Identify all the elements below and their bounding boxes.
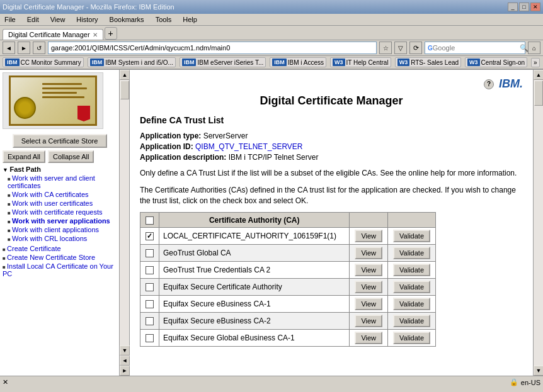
table-row: GeoTrust True Credentials CA 2ViewValida… bbox=[140, 261, 436, 278]
tree-item-cert-requests: Work with certificate requests bbox=[8, 208, 117, 216]
star-button[interactable]: ☆ bbox=[379, 42, 392, 54]
info-text1: Only define a CA Trust List if the list … bbox=[140, 168, 523, 179]
validate-cell: Validate bbox=[388, 295, 436, 312]
expand-all-button[interactable]: Expand All bbox=[3, 150, 45, 163]
tree-link-ca-certs[interactable]: Work with CA certificates bbox=[12, 191, 88, 198]
forward-button[interactable]: ► bbox=[18, 42, 30, 54]
tree-link-cert-requests[interactable]: Work with certificate requests bbox=[12, 208, 102, 216]
validate-button[interactable]: Validate bbox=[393, 298, 430, 310]
bookmark-ibm-system-i[interactable]: IBM IBM System i and i5/O... bbox=[88, 57, 176, 67]
home-button[interactable]: ⌂ bbox=[528, 42, 540, 54]
view-button[interactable]: View bbox=[355, 230, 382, 242]
ibm-logo-icon: IBM bbox=[272, 59, 287, 66]
app-id-value: QIBM_QTV_TELNET_SERVER bbox=[195, 142, 303, 151]
tree-link-client-apps[interactable]: Work with client applications bbox=[12, 226, 99, 233]
validate-button[interactable]: Validate bbox=[393, 247, 430, 259]
scroll-left-button[interactable]: ◄ bbox=[120, 356, 130, 366]
fast-path-header[interactable]: Fast Path bbox=[3, 165, 117, 173]
bookmark-it-help[interactable]: W3 IT Help Central bbox=[330, 57, 391, 67]
main-scroll-thumb[interactable] bbox=[534, 81, 543, 106]
ca-name-cell: Equifax Secure eBusiness CA-1 bbox=[159, 295, 350, 312]
browser-titlebar: Digital Certificate Manager - Mozilla Fi… bbox=[0, 0, 543, 14]
sidebar-scrollbar: ▲ ▼ ◄ ► bbox=[120, 70, 130, 376]
row-checkbox[interactable] bbox=[146, 317, 154, 325]
search-input[interactable] bbox=[433, 44, 520, 52]
bookmark-ibm-access[interactable]: IBM IBM i Access bbox=[270, 57, 326, 67]
validate-button[interactable]: Validate bbox=[393, 264, 430, 276]
main-scroll-up-button[interactable]: ▲ bbox=[534, 70, 543, 80]
row-checkbox[interactable] bbox=[146, 283, 154, 291]
bookmark-cc-monitor[interactable]: IBM CC Monitor Summary bbox=[3, 57, 84, 67]
scroll-up-button[interactable]: ▲ bbox=[120, 70, 130, 80]
bookmark-more[interactable]: » bbox=[531, 58, 540, 67]
new-tab-button[interactable]: + bbox=[105, 27, 117, 40]
search-icon[interactable]: 🔍 bbox=[520, 44, 529, 52]
star2-button[interactable]: ▽ bbox=[394, 42, 407, 54]
back-button[interactable]: ◄ bbox=[3, 42, 15, 54]
row-checkbox[interactable] bbox=[146, 334, 154, 342]
view-button[interactable]: View bbox=[355, 264, 382, 276]
address-input[interactable] bbox=[48, 42, 377, 54]
main-scroll-down-button[interactable]: ▼ bbox=[534, 366, 543, 376]
menu-help[interactable]: Help bbox=[181, 15, 199, 24]
bookmark-central-signon[interactable]: W3 Central Sign-on bbox=[465, 57, 527, 67]
menu-file[interactable]: File bbox=[3, 15, 18, 24]
menu-view[interactable]: View bbox=[49, 15, 67, 24]
app-type-value: Server bbox=[203, 132, 226, 140]
main-scroll-track bbox=[534, 80, 543, 366]
close-button[interactable]: ✕ bbox=[530, 3, 540, 11]
validate-button[interactable]: Validate bbox=[393, 332, 430, 344]
table-row: Equifax Secure eBusiness CA-2ViewValidat… bbox=[140, 312, 436, 329]
view-button[interactable]: View bbox=[355, 281, 382, 293]
menu-history[interactable]: History bbox=[74, 15, 100, 24]
view-cell: View bbox=[350, 278, 388, 295]
view-button[interactable]: View bbox=[355, 298, 382, 310]
tab-close-button[interactable]: ✕ bbox=[93, 31, 98, 38]
ibm-logo-icon: IBM bbox=[5, 59, 20, 66]
validate-button[interactable]: Validate bbox=[393, 315, 430, 327]
row-checkbox[interactable] bbox=[146, 300, 154, 308]
validate-button[interactable]: Validate bbox=[393, 281, 430, 293]
status-bar: ✕ 🔒 en-US bbox=[0, 376, 543, 388]
collapse-all-button[interactable]: Collapse All bbox=[48, 150, 94, 163]
tab-dcm[interactable]: Digital Certificate Manager ✕ bbox=[3, 29, 103, 40]
view-button[interactable]: View bbox=[355, 315, 382, 327]
tree-link-crl[interactable]: Work with CRL locations bbox=[12, 235, 87, 242]
refresh-button[interactable]: ↺ bbox=[33, 42, 45, 54]
tab-label: Digital Certificate Manager bbox=[8, 31, 90, 38]
menu-edit[interactable]: Edit bbox=[25, 15, 41, 24]
ibm-brand-logo: IBM. bbox=[499, 77, 523, 91]
row-checkbox[interactable] bbox=[146, 266, 154, 274]
menu-bookmarks[interactable]: Bookmarks bbox=[108, 15, 146, 24]
tree-link-user-certs[interactable]: Work with user certificates bbox=[12, 199, 93, 207]
row-checkbox[interactable]: ✓ bbox=[146, 232, 154, 240]
main-content: ? IBM. Digital Certificate Manager Defin… bbox=[130, 70, 533, 376]
scroll-right-button[interactable]: ► bbox=[120, 366, 130, 376]
help-icon[interactable]: ? bbox=[484, 79, 494, 89]
tree-item-install-local-ca: Install Local CA Certificate on Your PC bbox=[3, 262, 117, 277]
bookmark-rts[interactable]: W3 RTS- Sales Lead bbox=[395, 57, 461, 67]
validate-button[interactable]: Validate bbox=[393, 230, 430, 242]
view-button[interactable]: View bbox=[355, 247, 382, 259]
app-id-row: Application ID: QIBM_QTV_TELNET_SERVER bbox=[140, 142, 523, 151]
minimize-button[interactable]: _ bbox=[508, 3, 518, 11]
tree-link-server-apps[interactable]: Work with server applications bbox=[12, 217, 110, 225]
scroll-down-button[interactable]: ▼ bbox=[120, 345, 130, 356]
select-cert-store-button[interactable]: Select a Certificate Store bbox=[13, 134, 107, 148]
maximize-button[interactable]: □ bbox=[519, 3, 529, 11]
table-header-view bbox=[350, 213, 388, 227]
tree-link-install-local-ca[interactable]: Install Local CA Certificate on Your PC bbox=[3, 262, 113, 277]
reload-secure-button[interactable]: ⟳ bbox=[409, 42, 422, 54]
sidebar-logo-area bbox=[3, 72, 103, 129]
tree-link-server-client[interactable]: Work with server and client certificates bbox=[8, 174, 95, 189]
select-all-checkbox[interactable] bbox=[146, 216, 154, 225]
menu-tools[interactable]: Tools bbox=[154, 15, 174, 24]
tree-link-create-store[interactable]: Create New Certificate Store bbox=[7, 254, 95, 261]
tree-link-create-cert[interactable]: Create Certificate bbox=[7, 245, 61, 252]
fast-path-section: Fast Path Work with server and client ce… bbox=[3, 165, 117, 277]
view-button[interactable]: View bbox=[355, 332, 382, 344]
row-checkbox[interactable] bbox=[146, 249, 154, 257]
bookmark-eserver[interactable]: IBM IBM eServer iSeries T... bbox=[180, 57, 266, 67]
cert-lines bbox=[42, 81, 92, 101]
scroll-thumb[interactable] bbox=[120, 81, 129, 99]
